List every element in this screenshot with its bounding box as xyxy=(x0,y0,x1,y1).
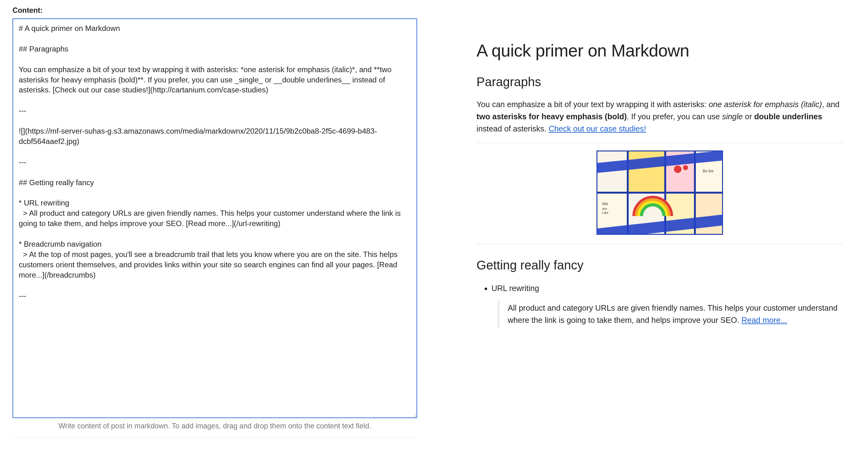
svg-text:Be the: Be the xyxy=(703,169,714,173)
editor-column: Content: Write content of post in markdo… xyxy=(12,6,417,437)
text-run: You can emphasize a bit of your text by … xyxy=(476,100,709,109)
svg-text:are: are xyxy=(602,207,607,210)
read-more-link[interactable]: Read more... xyxy=(741,316,787,324)
content-textarea[interactable] xyxy=(12,19,417,418)
case-studies-link[interactable]: Check out our case studies! xyxy=(549,124,646,133)
list-item-label: URL rewriting xyxy=(492,284,539,293)
svg-point-12 xyxy=(683,165,688,170)
preview-column: A quick primer on Markdown Paragraphs Yo… xyxy=(417,6,856,437)
emphasis-bold: double underlines xyxy=(754,112,823,121)
list-item: URL rewriting All product and category U… xyxy=(492,282,843,328)
text-run: instead of asterisks. xyxy=(476,124,549,133)
preview-hr xyxy=(476,143,843,143)
text-run: or xyxy=(743,112,754,121)
text-run: . If you prefer, you can use xyxy=(627,112,722,121)
preview-paragraph: You can emphasize a bit of your text by … xyxy=(476,98,843,135)
preview-image-wrap: We are Like Be the xyxy=(476,151,843,236)
content-help-text: Write content of post in markdown. To ad… xyxy=(12,422,417,437)
preview-hr xyxy=(476,244,843,244)
svg-text:We: We xyxy=(602,201,608,206)
text-run: , and xyxy=(822,100,840,109)
svg-rect-8 xyxy=(695,193,723,235)
emphasis-italic: one asterisk for emphasis (italic) xyxy=(709,100,822,109)
preview-blockquote: All product and category URLs are given … xyxy=(497,301,843,328)
content-field-label: Content: xyxy=(12,6,417,15)
preview-embedded-image: We are Like Be the xyxy=(596,151,723,235)
preview-list: URL rewriting All product and category U… xyxy=(476,282,843,328)
preview-h2-fancy: Getting really fancy xyxy=(476,258,843,272)
emphasis-bold: two asterisks for heavy emphasis (bold) xyxy=(476,112,627,121)
preview-h2-paragraphs: Paragraphs xyxy=(476,75,843,89)
text-run: All product and category URLs are given … xyxy=(508,303,838,324)
emphasis-italic: single xyxy=(722,112,743,121)
preview-h1: A quick primer on Markdown xyxy=(476,41,843,61)
svg-point-11 xyxy=(674,165,681,173)
svg-text:Like: Like xyxy=(602,211,608,215)
